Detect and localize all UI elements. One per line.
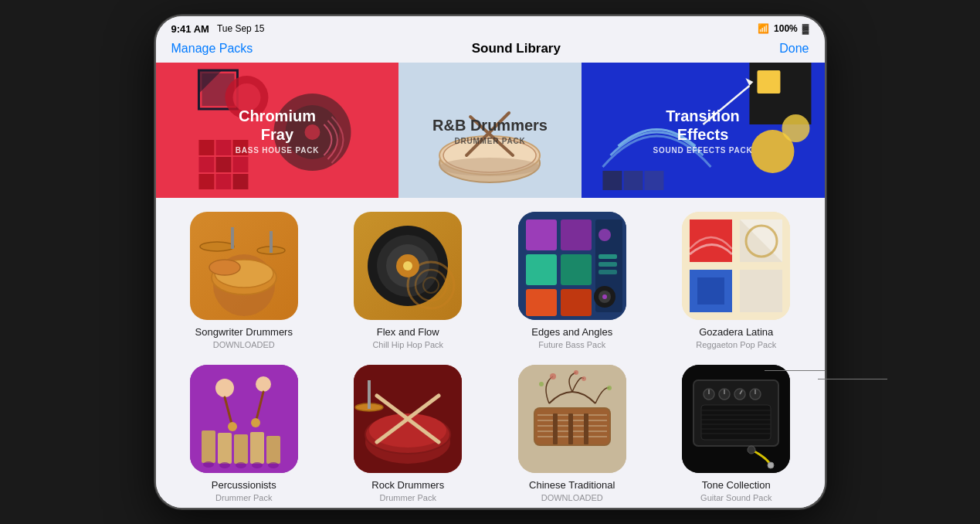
gozadera-name: Gozadera Latina xyxy=(699,326,773,339)
svg-point-107 xyxy=(550,373,556,379)
svg-point-39 xyxy=(209,260,240,275)
gozadera-thumbnail xyxy=(682,212,790,320)
songwriter-thumbnail xyxy=(190,212,298,320)
chromium-fray-content: ChromiumFray BASS HOUSE PACK xyxy=(156,63,399,198)
edges-art xyxy=(518,212,626,320)
pack-chinese-traditional[interactable]: Chinese Traditional DOWNLOADED xyxy=(497,365,649,502)
svg-rect-78 xyxy=(202,430,215,463)
tone-type: Guitar Sound Pack xyxy=(700,493,771,502)
svg-rect-59 xyxy=(599,270,617,274)
svg-rect-70 xyxy=(697,277,724,305)
pack-tone-collection[interactable]: Tone Collection Guitar Sound Pack xyxy=(660,365,812,502)
svg-point-86 xyxy=(252,462,263,468)
svg-rect-64 xyxy=(690,219,732,262)
chinese-type: DOWNLOADED xyxy=(541,493,603,502)
svg-rect-79 xyxy=(218,433,232,464)
svg-rect-80 xyxy=(234,434,248,464)
rock-type: Drummer Pack xyxy=(380,493,436,502)
svg-rect-38 xyxy=(270,231,273,253)
transition-effects-subtitle: SOUND EFFECTS PACK xyxy=(653,146,752,155)
rnb-drummers-title: R&B Drummers xyxy=(432,116,548,134)
tone-art xyxy=(682,365,790,473)
flex-name: Flex and Flow xyxy=(377,326,439,339)
songwriter-art xyxy=(190,212,298,320)
rock-name: Rock Drummers xyxy=(371,479,444,492)
gozadera-type: Reggaeton Pop Pack xyxy=(696,340,776,349)
svg-rect-95 xyxy=(368,380,371,409)
pack-flex-flow[interactable]: Flex and Flow Chill Hip Hop Pack xyxy=(332,212,484,349)
featured-rnb-drummers[interactable]: R&B Drummers DRUMMER PACK xyxy=(398,63,581,198)
pack-gozadera-latina[interactable]: Gozadera Latina Reggaeton Pop Pack xyxy=(660,212,812,349)
percussionists-thumbnail xyxy=(190,365,298,473)
svg-rect-53 xyxy=(526,289,557,316)
svg-rect-54 xyxy=(561,289,592,316)
status-bar: 9:41 AM Tue Sep 15 📶 100% ▓ xyxy=(156,16,825,38)
featured-chromium-fray[interactable]: ChromiumFray BASS HOUSE PACK xyxy=(156,63,399,198)
flex-art xyxy=(354,212,462,320)
chromium-fray-title: ChromiumFray xyxy=(239,107,316,144)
svg-rect-81 xyxy=(250,432,264,464)
songwriter-name: Songwriter Drummers xyxy=(195,326,293,339)
svg-rect-36 xyxy=(231,227,234,249)
grid-section: Songwriter Drummers DOWNLOADED xyxy=(156,212,825,502)
chinese-art xyxy=(518,365,626,473)
svg-rect-67 xyxy=(740,270,782,312)
svg-point-62 xyxy=(602,294,607,299)
svg-point-73 xyxy=(256,376,271,392)
svg-point-84 xyxy=(219,462,230,468)
svg-point-129 xyxy=(768,462,774,468)
battery-level: 100% xyxy=(774,23,798,34)
flex-type: Chill Hip Hop Pack xyxy=(372,340,443,349)
svg-point-56 xyxy=(599,229,611,241)
done-button[interactable]: Done xyxy=(779,42,809,56)
percussionists-name: Percussionists xyxy=(212,479,276,492)
manage-packs-button[interactable]: Manage Packs xyxy=(171,42,253,56)
svg-rect-58 xyxy=(599,262,617,267)
rnb-drummers-content: R&B Drummers DRUMMER PACK xyxy=(398,63,581,198)
svg-point-44 xyxy=(403,261,412,271)
songwriter-type: DOWNLOADED xyxy=(213,340,275,349)
svg-point-130 xyxy=(748,446,755,454)
svg-point-85 xyxy=(236,462,246,468)
status-date: Tue Sep 15 xyxy=(217,23,265,34)
chinese-name: Chinese Traditional xyxy=(529,479,615,492)
edges-thumbnail xyxy=(518,212,626,320)
svg-point-108 xyxy=(574,370,578,375)
annotation-line xyxy=(818,379,887,379)
pack-percussionists[interactable]: Percussionists Drummer Pack xyxy=(168,365,320,502)
status-right: 📶 100% ▓ xyxy=(758,23,809,34)
svg-point-76 xyxy=(228,422,237,431)
pack-rock-drummers[interactable]: Rock Drummers Drummer Pack xyxy=(332,365,484,502)
svg-rect-104 xyxy=(553,413,558,444)
svg-point-83 xyxy=(203,461,214,468)
content-area: ChromiumFray BASS HOUSE PACK xyxy=(156,63,825,508)
featured-section: ChromiumFray BASS HOUSE PACK xyxy=(156,63,825,198)
svg-rect-105 xyxy=(568,413,573,444)
svg-rect-52 xyxy=(561,254,592,285)
svg-rect-57 xyxy=(599,254,617,259)
svg-point-110 xyxy=(539,382,544,386)
transition-effects-content: TransitionEffects SOUND EFFECTS PACK xyxy=(582,63,825,198)
page-title: Sound Library xyxy=(472,41,561,56)
rnb-drummers-subtitle: DRUMMER PACK xyxy=(454,137,525,145)
rock-art xyxy=(354,365,462,473)
gozadera-art xyxy=(682,212,790,320)
pack-songwriter-drummers[interactable]: Songwriter Drummers DOWNLOADED xyxy=(168,212,320,349)
nav-bar: Manage Packs Sound Library Done xyxy=(156,38,825,63)
transition-effects-title: TransitionEffects xyxy=(666,107,740,144)
svg-point-87 xyxy=(268,462,279,468)
edges-name: Edges and Angles xyxy=(531,326,612,339)
featured-transition-effects[interactable]: TransitionEffects SOUND EFFECTS PACK xyxy=(582,63,825,198)
pack-edges-angles[interactable]: Edges and Angles Future Bass Pack xyxy=(497,212,649,349)
edges-type: Future Bass Pack xyxy=(538,340,605,349)
ipad-screen: 9:41 AM Tue Sep 15 📶 100% ▓ Manage Packs… xyxy=(156,16,825,508)
svg-point-109 xyxy=(582,376,586,381)
chromium-fray-subtitle: BASS HOUSE PACK xyxy=(236,146,320,155)
svg-point-111 xyxy=(607,386,612,390)
svg-rect-82 xyxy=(266,436,280,464)
wifi-icon: 📶 xyxy=(758,23,769,34)
tone-name: Tone Collection xyxy=(702,479,771,492)
chinese-thumbnail xyxy=(518,365,626,473)
svg-point-77 xyxy=(251,418,260,427)
svg-rect-49 xyxy=(526,219,557,250)
